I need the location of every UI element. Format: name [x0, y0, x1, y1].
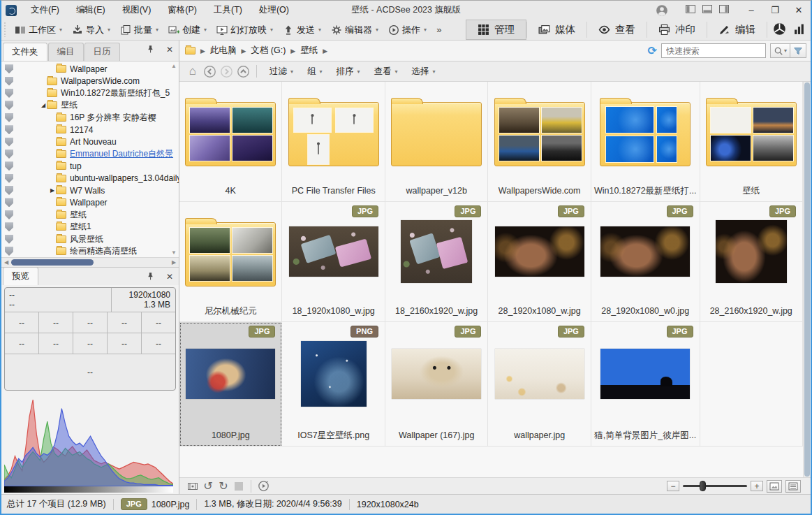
mode-manage-button[interactable]: 管理: [466, 20, 526, 40]
grid-cell[interactable]: WallpapersWide.com: [488, 82, 591, 202]
grid-cell[interactable]: 壁纸: [700, 82, 803, 202]
toolbar-send-button[interactable]: 发送▾: [277, 20, 325, 40]
rotate-ccw-icon[interactable]: ↺: [200, 479, 216, 493]
collapse-arrow-icon[interactable]: ▶: [49, 187, 56, 194]
mode-view-button[interactable]: 查看: [587, 20, 647, 40]
tree-item[interactable]: 壁纸: [1, 209, 179, 221]
filter-button[interactable]: [790, 43, 806, 58]
grid-cell[interactable]: JPG28_1920x1080_w.jpg: [488, 202, 591, 322]
breadcrumb-item[interactable]: 壁纸: [300, 45, 318, 57]
nav-dropdown-排序[interactable]: 排序▾: [330, 66, 367, 78]
tree-item[interactable]: 16P 多分辨率 安静若樱: [1, 112, 179, 124]
search-input[interactable]: [662, 46, 778, 56]
shield-icon[interactable]: [5, 247, 13, 256]
shield-icon[interactable]: [5, 113, 13, 122]
toolbar-batch-button[interactable]: 批量▾: [115, 20, 163, 40]
menu-item[interactable]: 工具(T): [205, 1, 251, 20]
scroll-up-icon[interactable]: ▲: [171, 63, 177, 69]
grid-cell[interactable]: JPG18_2160x1920_w.jpg: [385, 202, 488, 322]
layout-right-button[interactable]: [718, 3, 730, 17]
grid-cell[interactable]: 尼尔机械纪元: [179, 202, 282, 322]
shield-icon[interactable]: [5, 210, 13, 219]
home-icon[interactable]: ⌂: [185, 64, 200, 79]
tree-item[interactable]: 风景壁纸: [1, 233, 179, 245]
vertical-scrollbar[interactable]: [803, 82, 811, 477]
shield-icon[interactable]: [5, 150, 13, 159]
shield-icon[interactable]: [5, 101, 13, 110]
compare-icon[interactable]: [231, 479, 246, 493]
tree-item[interactable]: Art Nouveau: [1, 136, 179, 147]
dropdown-caret-icon[interactable]: ▾: [270, 27, 273, 33]
minimize-button[interactable]: –: [739, 1, 763, 20]
tab-编目[interactable]: 编目: [48, 43, 84, 61]
menu-item[interactable]: 视图(V): [114, 1, 160, 20]
tree-item[interactable]: tup: [1, 160, 179, 172]
detail-view-toggle[interactable]: [785, 480, 801, 493]
zoom-in-button[interactable]: +: [751, 481, 763, 491]
grid-cell[interactable]: PNGIOS7星空壁纸.png: [282, 322, 385, 447]
nav-dropdown-选择[interactable]: 选择▾: [405, 66, 443, 78]
dropdown-caret-icon[interactable]: ▾: [424, 27, 427, 33]
nav-dropdown-组[interactable]: 组▾: [300, 66, 330, 78]
scroll-right-icon[interactable]: ▶: [169, 259, 179, 266]
dashboard-chart-button[interactable]: [793, 23, 805, 37]
scroll-left-icon[interactable]: ◀: [1, 259, 11, 266]
slider-thumb[interactable]: [700, 481, 706, 491]
shield-icon[interactable]: [5, 64, 13, 73]
breadcrumb-item[interactable]: 文档 (G:): [251, 45, 286, 57]
tree-item[interactable]: WallpapersWide.com: [1, 75, 179, 87]
grid-cell[interactable]: wallpaper_v12b: [385, 82, 488, 202]
tree-item[interactable]: Wallpaper: [1, 196, 179, 208]
toolbar-overflow-button[interactable]: »: [431, 20, 447, 40]
toolbar-create-button[interactable]: 创建▾: [163, 20, 211, 40]
dropdown-caret-icon[interactable]: ▾: [156, 27, 158, 33]
menu-item[interactable]: 处理(O): [251, 1, 297, 20]
layout-bottom-button[interactable]: [702, 3, 713, 17]
scrollbar-thumb[interactable]: [11, 259, 94, 266]
grid-cell[interactable]: JPG1080P.jpg: [179, 322, 282, 447]
menu-item[interactable]: 文件(F): [22, 1, 68, 20]
mode-media-button[interactable]: 媒体: [527, 20, 586, 40]
tab-日历[interactable]: 日历: [84, 43, 120, 61]
expand-arrow-icon[interactable]: ◢: [40, 102, 47, 108]
preview-pane-toggle[interactable]: [767, 480, 782, 493]
toolbar-import-button[interactable]: 导入▾: [66, 20, 115, 40]
breadcrumb-item[interactable]: 此电脑: [210, 45, 237, 57]
dropdown-caret-icon[interactable]: ▾: [318, 27, 321, 33]
grid-cell[interactable]: JPG18_1920x1080_w.jpg: [282, 202, 385, 322]
shield-icon[interactable]: [5, 198, 13, 207]
toolbar-editors-button[interactable]: 编辑器▾: [325, 20, 383, 40]
shield-icon[interactable]: [5, 77, 13, 86]
nav-dropdown-过滤[interactable]: 过滤▾: [263, 66, 300, 78]
tab-preview[interactable]: 预览: [3, 267, 38, 285]
toolbar-workspace-button[interactable]: 工作区▾: [9, 20, 66, 40]
shield-icon[interactable]: [5, 161, 13, 171]
filmstrip-icon[interactable]: [185, 479, 200, 493]
mode-print-button[interactable]: 冲印: [647, 20, 707, 40]
dropdown-caret-icon[interactable]: ▾: [376, 27, 378, 33]
grid-cell[interactable]: Win10.18272最新壁纸打...: [591, 82, 700, 202]
mode-edit-button[interactable]: 编辑: [707, 20, 767, 40]
shield-icon[interactable]: [5, 138, 13, 147]
grid-cell[interactable]: PC File Transfer Files: [282, 82, 385, 202]
pin-icon[interactable]: [146, 272, 155, 283]
shield-icon[interactable]: [5, 222, 13, 231]
grid-cell[interactable]: JPG28_1920x1080_w0.jpg: [591, 202, 700, 322]
tree-item[interactable]: 12174: [1, 124, 179, 136]
up-icon[interactable]: [235, 64, 251, 79]
close-panel-icon[interactable]: ✕: [166, 272, 173, 283]
grid-cell[interactable]: JPGwallpaper.jpg: [488, 322, 591, 447]
grid-cell[interactable]: 4K: [179, 82, 282, 202]
scroll-down-icon[interactable]: ▼: [171, 249, 177, 256]
tree-item[interactable]: ◢壁纸: [1, 99, 179, 111]
toolbar-actions-button[interactable]: 操作▾: [383, 20, 431, 40]
dropdown-caret-icon[interactable]: ▾: [59, 27, 62, 33]
shield-icon[interactable]: [5, 89, 13, 98]
menu-item[interactable]: 窗格(P): [159, 1, 205, 20]
tree-item[interactable]: Wallpaper: [1, 63, 179, 75]
shield-icon[interactable]: [5, 235, 13, 244]
close-panel-icon[interactable]: ✕: [166, 45, 173, 56]
tree-item[interactable]: Emmanuel Dautriche自然景: [1, 148, 179, 160]
account-icon[interactable]: [651, 1, 672, 20]
shield-icon[interactable]: [5, 186, 13, 195]
